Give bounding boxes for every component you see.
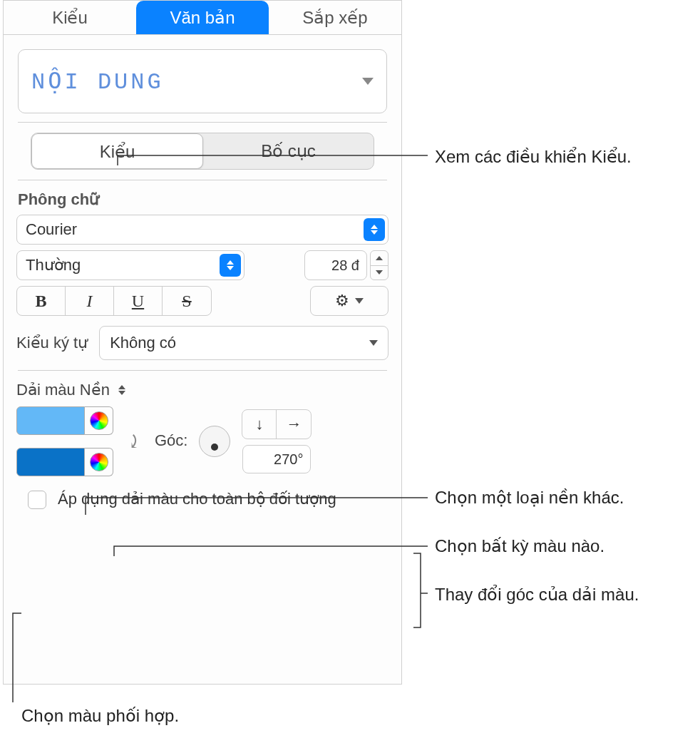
divider [18, 370, 387, 371]
background-type-select[interactable] [115, 385, 128, 395]
angle-right-button[interactable]: → [277, 410, 311, 439]
underline-button[interactable]: U [114, 287, 163, 315]
top-tabs: Kiểu Văn bản Sắp xếp [4, 1, 401, 35]
angle-down-button[interactable]: ↓ [242, 410, 277, 439]
char-style-value: Không có [110, 334, 176, 352]
stepper-down-icon [376, 270, 383, 275]
font-family-select[interactable]: Courier [16, 215, 388, 245]
gradient-color-2-wheel[interactable] [85, 448, 113, 476]
divider [18, 180, 387, 180]
paragraph-style-label: NỘI DUNG [31, 67, 164, 96]
angle-label: Góc: [155, 431, 187, 450]
gradient-controls: ⤸ Góc: ↓ → 270° [16, 406, 388, 476]
gradient-color-1-wheel[interactable] [85, 406, 113, 435]
callout-match-color: Chọn màu phối hợp. [21, 706, 179, 726]
angle-dot-icon [211, 444, 218, 451]
callout-bg-type: Chọn một loại nền khác. [435, 488, 624, 508]
angle-direction-buttons: ↓ → [242, 409, 312, 439]
char-style-select[interactable]: Không có [99, 326, 388, 360]
color-wheel-icon [90, 453, 108, 471]
swap-colors-button[interactable]: ⤸ [126, 431, 142, 453]
style-layout-segment: Kiểu Bố cục [31, 133, 374, 170]
apply-gradient-checkbox[interactable] [28, 491, 46, 509]
callout-angle: Thay đổi góc của dải màu. [435, 585, 639, 605]
font-weight-select[interactable]: Thường [16, 250, 245, 280]
inspector-panel: Kiểu Văn bản Sắp xếp NỘI DUNG Kiểu Bố cụ… [3, 0, 402, 685]
background-type-label: Dải màu Nền [16, 381, 110, 399]
chevron-down-icon [362, 78, 374, 85]
gear-icon: ⚙ [335, 292, 349, 310]
apply-gradient-label: Áp dụng dải màu cho toàn bộ đối tượng [58, 489, 336, 509]
segment-layout[interactable]: Bố cục [203, 133, 374, 169]
paragraph-style-dropdown[interactable]: NỘI DUNG [18, 49, 387, 113]
strikethrough-button[interactable]: S [163, 287, 211, 315]
updown-icon [364, 218, 385, 241]
angle-dial[interactable] [199, 426, 230, 457]
tab-text[interactable]: Văn bản [136, 1, 269, 34]
bold-button[interactable]: B [17, 287, 66, 315]
font-size-stepper[interactable] [370, 250, 388, 280]
font-size-group: 28 đ [304, 250, 388, 280]
updown-icon [220, 254, 241, 277]
callout-style-controls: Xem các điều khiển Kiểu. [435, 147, 632, 167]
tab-arrange[interactable]: Sắp xếp [269, 1, 401, 34]
segment-style[interactable]: Kiểu [31, 133, 203, 169]
italic-button[interactable]: I [66, 287, 114, 315]
text-style-group: B I U S [16, 286, 212, 316]
font-weight-value: Thường [26, 256, 81, 275]
tab-style[interactable]: Kiểu [4, 1, 136, 34]
font-size-input[interactable]: 28 đ [304, 250, 367, 280]
stepper-up-icon [376, 256, 383, 260]
divider [18, 122, 387, 123]
char-style-label: Kiểu ký tự [16, 334, 88, 352]
chevron-down-icon [355, 298, 364, 304]
advanced-options-button[interactable]: ⚙ [310, 286, 388, 316]
callout-any-color: Chọn bất kỳ màu nào. [435, 536, 604, 556]
angle-input[interactable]: 270° [242, 445, 311, 473]
gradient-color-2-swatch[interactable] [16, 448, 85, 476]
chevron-down-icon [369, 340, 378, 346]
gradient-color-1-swatch[interactable] [16, 406, 85, 435]
font-family-value: Courier [26, 220, 77, 239]
font-section-title: Phông chữ [18, 190, 387, 209]
color-wheel-icon [90, 411, 108, 430]
